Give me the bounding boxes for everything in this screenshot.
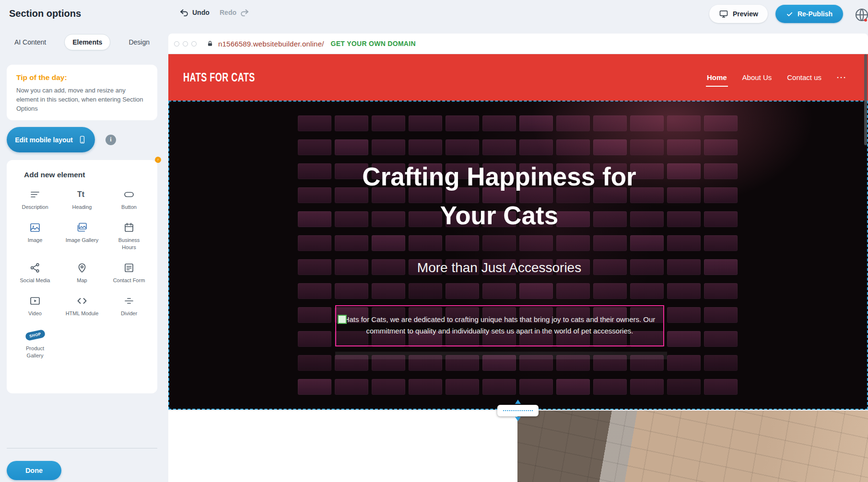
redo-icon	[240, 8, 249, 17]
topbar-actions: Preview Re-Publish	[709, 5, 843, 23]
monitor-icon	[719, 9, 728, 19]
tab-design[interactable]: Design	[121, 34, 157, 50]
hero-heading[interactable]: Crafting Happiness for Your Cats	[168, 157, 830, 235]
redo-label: Redo	[220, 9, 236, 16]
undo-button[interactable]: Undo	[179, 8, 210, 17]
element-button[interactable]: Button	[106, 189, 152, 210]
tip-of-the-day-card: Tip of the day: Now you can add, move an…	[7, 65, 157, 120]
element-heading[interactable]: Tt Heading	[59, 189, 106, 210]
nav-home[interactable]: Home	[707, 73, 727, 81]
undo-icon	[179, 8, 189, 17]
element-social-media[interactable]: Social Media	[12, 262, 59, 284]
element-image[interactable]: Image	[12, 222, 59, 251]
redo-button[interactable]: Redo	[220, 8, 249, 17]
image-gallery-icon	[76, 222, 88, 233]
resize-arrow-down-icon	[515, 417, 521, 421]
video-icon	[29, 295, 41, 307]
phone-icon	[78, 135, 87, 144]
hero-paragraph: Hats for Cats, we are dedicated to craft…	[342, 314, 657, 337]
notification-dot	[864, 19, 867, 22]
tab-elements[interactable]: Elements	[64, 34, 110, 50]
tip-body: Now you can add, move and resize any ele…	[16, 86, 148, 114]
social-media-icon	[29, 262, 41, 274]
window-dot	[191, 41, 197, 46]
undo-label: Undo	[192, 9, 210, 16]
element-map[interactable]: Map	[59, 262, 106, 284]
element-product-gallery[interactable]: SHOP ↑ Product Gallery	[12, 328, 59, 359]
nav-about-us[interactable]: About Us	[742, 73, 772, 81]
add-new-element-title: Add new element	[24, 171, 157, 179]
nav-contact-us[interactable]: Contact us	[787, 73, 821, 81]
tab-ai-content[interactable]: AI Content	[7, 34, 54, 50]
left-sidebar: AI Content Elements Design Tip of the da…	[0, 28, 168, 482]
selected-text-element[interactable]: Hats for Cats, we are dedicated to craft…	[335, 305, 664, 346]
button-icon	[123, 189, 135, 200]
scrollbar[interactable]	[864, 54, 867, 145]
business-hours-icon	[123, 222, 135, 233]
check-icon	[786, 11, 793, 18]
add-new-element-panel: Add new element Description Tt Heading B…	[7, 160, 157, 393]
get-domain-link[interactable]: GET YOUR OWN DOMAIN	[331, 40, 416, 47]
preview-label: Preview	[733, 10, 758, 18]
element-business-hours[interactable]: Business Hours	[106, 222, 152, 251]
window-dot	[174, 41, 179, 46]
divider-icon	[123, 295, 135, 307]
map-icon	[76, 262, 88, 274]
element-description[interactable]: Description	[12, 189, 59, 210]
element-image-gallery[interactable]: Image Gallery	[59, 222, 106, 251]
lock-icon	[207, 40, 213, 47]
browser-chrome: n1566589.websitebuilder.online/ GET YOUR…	[168, 34, 868, 54]
resize-handle-bar	[497, 405, 539, 416]
html-module-icon	[76, 295, 88, 307]
product-gallery-icon: SHOP ↑	[25, 328, 45, 342]
info-icon[interactable]: i	[106, 135, 116, 145]
window-dot	[183, 41, 188, 46]
image-icon	[29, 222, 41, 233]
next-section-photo	[517, 411, 868, 482]
done-button[interactable]: Done	[7, 461, 61, 480]
drag-handle[interactable]	[338, 315, 347, 324]
element-hover-band	[335, 352, 667, 359]
shop-tag: SHOP	[24, 329, 45, 341]
tip-title: Tip of the day:	[16, 73, 148, 82]
site-url: n1566589.websitebuilder.online/	[218, 40, 324, 48]
heading-icon: Tt	[76, 189, 88, 200]
preview-button[interactable]: Preview	[709, 5, 768, 23]
mobile-layout-row: Edit mobile layout i	[7, 127, 116, 152]
next-section-blank	[168, 411, 517, 482]
resize-arrow-up-icon	[515, 400, 521, 404]
site-preview-header: HATS FOR CATS Home About Us Contact us ·…	[168, 54, 868, 101]
element-video[interactable]: Video	[12, 295, 59, 317]
hero-section[interactable]: Crafting Happiness for Your Cats More th…	[168, 101, 868, 410]
sidebar-divider	[7, 448, 157, 448]
element-grid: Description Tt Heading Button Image Imag…	[7, 189, 157, 359]
sidebar-tabs: AI Content Elements Design	[7, 34, 157, 50]
upgrade-badge-icon: ↑	[154, 156, 162, 163]
nav-more-icon[interactable]: ···	[837, 73, 847, 81]
site-logo[interactable]: HATS FOR CATS	[183, 70, 255, 84]
element-contact-form[interactable]: Contact Form	[106, 262, 152, 284]
republish-button[interactable]: Re-Publish	[775, 5, 843, 23]
svg-text:Tt: Tt	[77, 190, 85, 198]
edit-mobile-label: Edit mobile layout	[15, 136, 73, 144]
element-html-module[interactable]: HTML Module	[59, 295, 106, 317]
topbar: Section options Undo Redo Preview	[0, 0, 868, 28]
hero-subheading[interactable]: More than Just Accessories	[168, 260, 830, 275]
contact-form-icon	[123, 262, 135, 274]
element-divider[interactable]: Divider	[106, 295, 152, 317]
section-resize-handle[interactable]	[497, 405, 539, 416]
website-builder-app: Section options Undo Redo Preview	[0, 0, 868, 482]
edit-mobile-layout-button[interactable]: Edit mobile layout	[7, 127, 95, 152]
description-icon	[29, 189, 41, 200]
republish-label: Re-Publish	[798, 10, 833, 18]
site-nav: Home About Us Contact us ···	[707, 54, 847, 101]
page-title: Section options	[9, 8, 81, 19]
